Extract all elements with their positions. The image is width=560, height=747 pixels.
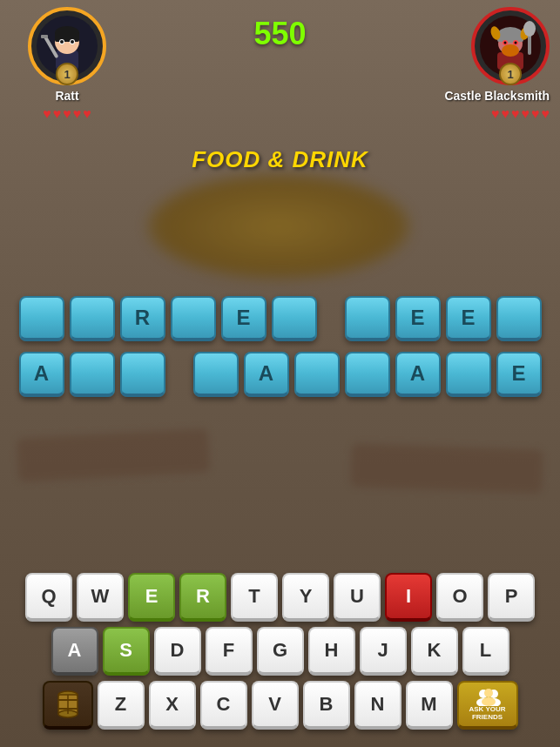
svg-rect-4 (55, 33, 79, 42)
tile-r1-10 (496, 296, 542, 341)
key-T[interactable]: T (231, 573, 278, 622)
key-Y[interactable]: Y (282, 573, 329, 622)
key-C[interactable]: C (200, 681, 247, 730)
player1-level: 1 (56, 63, 78, 85)
keyboard: Q W E R T Y U I O P A S D F G H J K L (0, 573, 560, 730)
p2-heart1: ♥ (491, 106, 500, 122)
p2-heart5: ♥ (531, 106, 540, 122)
key-H[interactable]: H (308, 627, 355, 676)
p2-heart4: ♥ (522, 106, 530, 122)
friends-icon (475, 687, 501, 706)
tile-r1-8: E (395, 296, 441, 341)
tile-r1-1 (19, 296, 64, 341)
player1-name: Ratt (55, 89, 78, 103)
key-A[interactable]: A (51, 627, 98, 676)
p2-heart2: ♥ (502, 106, 510, 122)
tile-r1-2 (70, 296, 115, 341)
ask-friends-button[interactable]: ASK YOUR FRIENDS (457, 681, 518, 730)
key-V[interactable]: V (252, 681, 299, 730)
tile-r2-3 (120, 352, 165, 397)
tile-r1-6 (272, 296, 317, 341)
tile-r2-9 (446, 352, 491, 397)
key-J[interactable]: J (360, 627, 407, 676)
tile-r1-4 (171, 296, 216, 341)
barrel-icon (54, 690, 82, 718)
key-W[interactable]: W (77, 573, 124, 622)
tile-r1-5: E (221, 296, 267, 341)
heart3: ♥ (63, 106, 71, 122)
tile-r2-7 (345, 352, 390, 397)
svg-point-21 (515, 42, 517, 44)
player2-avatar-container: 1 (471, 7, 550, 85)
svg-point-20 (504, 42, 507, 44)
key-O[interactable]: O (436, 573, 483, 622)
player2-name: Castle Blacksmith (444, 89, 550, 103)
key-U[interactable]: U (334, 573, 381, 622)
bg-table (148, 174, 409, 279)
key-Z[interactable]: Z (98, 681, 145, 730)
barrel-button[interactable] (43, 681, 93, 730)
heart1: ♥ (43, 106, 51, 122)
tile-r2-8: A (395, 352, 441, 397)
bg-plank2 (350, 443, 543, 494)
key-X[interactable]: X (149, 681, 196, 730)
key-E[interactable]: E (128, 573, 175, 622)
key-N[interactable]: N (354, 681, 401, 730)
key-Q[interactable]: Q (25, 573, 72, 622)
friends-label: ASK YOUR FRIENDS (469, 706, 505, 722)
word-area: R E E E A A A E (0, 296, 560, 397)
word-row-2: A A A E (19, 352, 542, 397)
key-D[interactable]: D (154, 627, 201, 676)
word-row-1: R E E E (19, 296, 542, 341)
key-S[interactable]: S (103, 627, 150, 676)
tile-r2-1: A (19, 352, 64, 397)
svg-point-7 (60, 40, 64, 44)
tile-r2-5: A (244, 352, 289, 397)
tile-r1-3: R (120, 296, 165, 341)
key-K[interactable]: K (411, 627, 458, 676)
keyboard-row2: A S D F G H J K L (7, 627, 553, 676)
key-G[interactable]: G (257, 627, 304, 676)
heart4: ♥ (73, 106, 82, 122)
category-label: FOOD & DRINK (0, 146, 560, 173)
player2: 1 Castle Blacksmith ♥ ♥ ♥ ♥ ♥ ♥ (436, 7, 550, 122)
svg-point-24 (523, 21, 536, 37)
tile-r2-10: E (496, 352, 542, 397)
key-R[interactable]: R (179, 573, 226, 622)
key-M[interactable]: M (406, 681, 453, 730)
player1: 1 Ratt ♥ ♥ ♥ ♥ ♥ (10, 7, 124, 122)
key-B[interactable]: B (303, 681, 350, 730)
heart2: ♥ (53, 106, 62, 122)
tile-r2-2 (70, 352, 115, 397)
svg-point-22 (502, 44, 519, 57)
tile-r2-4 (193, 352, 239, 397)
svg-point-8 (71, 40, 74, 44)
p2-heart3: ♥ (511, 106, 520, 122)
svg-point-35 (484, 689, 493, 697)
tile-r1-7 (345, 296, 390, 341)
keyboard-row1: Q W E R T Y U I O P (7, 573, 553, 622)
header: 1 Ratt ♥ ♥ ♥ ♥ ♥ (0, 0, 560, 113)
svg-rect-15 (497, 35, 523, 42)
heart5: ♥ (83, 106, 91, 122)
player1-avatar-container: 1 (28, 7, 106, 85)
player1-hearts: ♥ ♥ ♥ ♥ ♥ (43, 106, 91, 122)
key-P[interactable]: P (488, 573, 535, 622)
key-F[interactable]: F (206, 627, 253, 676)
keyboard-row3: Z X C V B N M ASK YOUR FRIENDS (7, 681, 553, 730)
key-I[interactable]: I (385, 573, 432, 622)
tile-r2-6 (294, 352, 340, 397)
svg-rect-10 (41, 35, 48, 38)
player2-level: 1 (499, 63, 522, 85)
tile-r1-9: E (446, 296, 491, 341)
player2-hearts: ♥ ♥ ♥ ♥ ♥ ♥ (491, 106, 550, 122)
p2-heart6: ♥ (542, 106, 550, 122)
key-L[interactable]: L (462, 627, 509, 676)
